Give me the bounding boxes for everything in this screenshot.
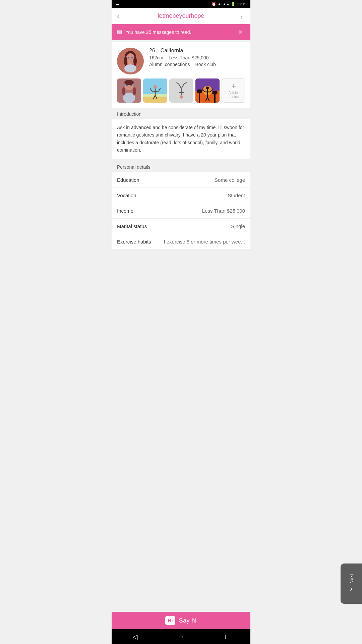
svg-point-5	[130, 59, 131, 60]
status-bar-left: ▬	[116, 2, 119, 6]
profile-age: 26	[149, 48, 155, 54]
income-value: Less Than $25,000	[202, 208, 245, 214]
svg-point-19	[124, 80, 134, 85]
profile-top: 26 California 162cm Less Than $25,000 Al…	[117, 48, 245, 74]
introduction-label: Introduction	[112, 108, 250, 119]
ask-photos-button[interactable]: + Ask forphotos	[222, 78, 245, 103]
photo-thumb-2[interactable]	[143, 78, 167, 103]
wifi-icon: ▲	[218, 2, 221, 6]
profile-income: Less Than $25,000	[169, 55, 209, 60]
profile-connections2: Book club	[195, 62, 216, 67]
banner-close-button[interactable]: ✕	[236, 28, 245, 37]
photo-thumb-4[interactable]	[195, 78, 220, 103]
marital-key: Marital status	[117, 223, 147, 229]
avatar	[117, 48, 144, 74]
ask-photos-label: Ask forphotos	[228, 91, 239, 99]
education-key: Education	[117, 177, 139, 183]
svg-rect-41	[199, 92, 200, 103]
marital-value: Single	[231, 223, 245, 229]
svg-point-25	[154, 85, 157, 89]
page-title: letmebeyourhope	[126, 12, 236, 19]
signal-icon: ▬	[116, 2, 119, 6]
detail-row-exercise: Exercise habits I exercise 5 or more tim…	[112, 234, 250, 250]
photo-thumb-3[interactable]	[169, 78, 193, 103]
svg-point-47	[206, 87, 209, 89]
profile-row-age-location: 26 California	[149, 48, 245, 54]
exercise-value: I exercise 5 or more times per wee...	[164, 239, 245, 245]
status-bar-right: ⏰ ▲ ▲▲ 🔋 21:19	[212, 2, 246, 6]
signal-bars-icon: ▲▲	[223, 2, 230, 6]
message-banner-text: You have 25 messages to read.	[125, 30, 232, 35]
svg-point-7	[124, 64, 136, 72]
profile-section: 26 California 162cm Less Than $25,000 Al…	[112, 42, 250, 108]
photo-thumb-1[interactable]	[117, 78, 141, 103]
profile-row-height-income: 162cm Less Than $25,000	[149, 55, 245, 60]
svg-point-14	[133, 87, 136, 95]
message-banner: ✉ You have 25 messages to read. ✕	[112, 24, 250, 40]
svg-point-3	[128, 57, 129, 59]
svg-rect-44	[214, 93, 216, 103]
svg-point-8	[124, 56, 127, 66]
personal-details-section: Personal details Education Some college …	[112, 159, 250, 250]
income-key: Income	[117, 208, 133, 214]
personal-details-label: Personal details	[112, 162, 250, 172]
detail-row-education: Education Some college	[112, 172, 250, 188]
status-bar: ▬ ⏰ ▲ ▲▲ 🔋 21:19	[112, 0, 250, 8]
plus-icon: +	[231, 82, 236, 90]
svg-point-4	[131, 57, 133, 59]
photo-thumbnails: + Ask forphotos	[117, 78, 245, 103]
profile-height: 162cm	[149, 55, 163, 60]
svg-point-31	[180, 95, 183, 99]
education-value: Some college	[215, 177, 245, 183]
profile-row-connections: Alumni connections Book club	[149, 62, 245, 67]
alarm-icon: ⏰	[212, 2, 216, 6]
introduction-text: Ask in advanced and be considerate of my…	[112, 119, 250, 159]
vocation-key: Vocation	[117, 193, 136, 198]
menu-button[interactable]: ⋮	[236, 12, 245, 20]
svg-point-18	[129, 86, 130, 87]
top-nav-bar: ‹ letmebeyourhope ⋮	[112, 8, 250, 24]
profile-location: California	[161, 48, 183, 54]
mail-icon: ✉	[117, 29, 122, 36]
detail-row-vocation: Vocation Student	[112, 188, 250, 203]
back-button[interactable]: ‹	[117, 12, 126, 20]
time-display: 21:19	[237, 2, 246, 6]
profile-connections1: Alumni connections	[149, 62, 190, 67]
svg-point-9	[133, 56, 137, 66]
profile-info: 26 California 162cm Less Than $25,000 Al…	[149, 48, 245, 67]
detail-row-income: Income Less Than $25,000	[112, 203, 250, 219]
vocation-value: Student	[228, 193, 245, 198]
svg-point-13	[122, 87, 125, 95]
detail-row-marital: Marital status Single	[112, 219, 250, 234]
battery-icon: 🔋	[231, 2, 236, 6]
exercise-key: Exercise habits	[117, 239, 151, 245]
